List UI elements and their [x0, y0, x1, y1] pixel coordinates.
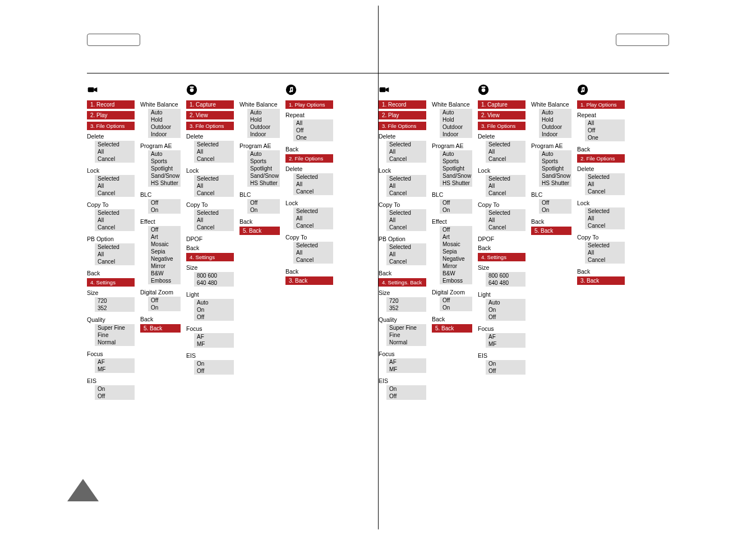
- opt[interactable]: Mosaic: [440, 241, 472, 248]
- opt[interactable]: Cancel: [486, 190, 525, 197]
- menu-back[interactable]: 5. Back: [140, 324, 181, 333]
- opt[interactable]: On: [440, 206, 472, 214]
- menu-view[interactable]: 2. View: [186, 111, 234, 119]
- opt[interactable]: On: [440, 304, 472, 311]
- menu-settings[interactable]: 4. Settings. Back: [379, 278, 426, 287]
- opt[interactable]: Off: [486, 313, 525, 321]
- opt[interactable]: Off: [386, 393, 426, 400]
- back[interactable]: Back: [186, 243, 234, 251]
- opt[interactable]: Outdoor: [539, 123, 571, 131]
- opt[interactable]: AF: [386, 358, 426, 366]
- opt[interactable]: Cancel: [95, 224, 135, 231]
- back[interactable]: Back: [87, 269, 135, 276]
- opt[interactable]: HS Shutter: [440, 179, 472, 187]
- opt[interactable]: On: [148, 206, 181, 214]
- opt[interactable]: All: [95, 182, 135, 190]
- opt[interactable]: All: [386, 216, 426, 224]
- opt[interactable]: Cancel: [194, 155, 234, 163]
- opt[interactable]: Normal: [386, 339, 426, 346]
- opt[interactable]: B&W: [440, 270, 472, 277]
- opt[interactable]: Off: [148, 226, 181, 233]
- opt[interactable]: Sports: [440, 158, 472, 165]
- opt[interactable]: 800 600: [486, 272, 525, 279]
- opt[interactable]: Negative: [148, 255, 181, 262]
- opt[interactable]: Indoor: [247, 131, 280, 138]
- opt[interactable]: Off: [486, 367, 525, 375]
- opt[interactable]: Off: [247, 199, 280, 206]
- opt[interactable]: Selected: [293, 173, 333, 181]
- opt[interactable]: Selected: [486, 175, 525, 182]
- opt[interactable]: Cancel: [386, 190, 426, 197]
- opt[interactable]: Selected: [293, 207, 333, 215]
- opt[interactable]: All: [293, 249, 333, 256]
- menu-playopt[interactable]: 1. Play Options: [285, 100, 333, 109]
- menu-back[interactable]: 5. Back: [239, 227, 280, 235]
- opt[interactable]: All: [293, 215, 333, 222]
- opt[interactable]: All: [486, 216, 525, 224]
- opt[interactable]: One: [293, 134, 333, 141]
- opt[interactable]: On: [486, 360, 525, 367]
- opt[interactable]: AF: [95, 358, 135, 366]
- opt[interactable]: Fine: [95, 331, 135, 339]
- opt[interactable]: On: [386, 385, 426, 393]
- opt[interactable]: Selected: [95, 175, 135, 182]
- opt[interactable]: Off: [440, 226, 472, 233]
- opt[interactable]: Auto: [148, 109, 181, 116]
- opt[interactable]: Off: [148, 199, 181, 206]
- opt[interactable]: AF: [194, 333, 234, 340]
- opt[interactable]: Selected: [194, 209, 234, 216]
- opt[interactable]: Cancel: [293, 222, 333, 229]
- menu-play[interactable]: 2. Play: [87, 111, 135, 119]
- opt[interactable]: Selected: [585, 207, 625, 215]
- opt[interactable]: Sepia: [148, 248, 181, 255]
- menu-fileopt[interactable]: 2. File Options: [285, 154, 333, 163]
- menu-capture[interactable]: 1. Capture: [186, 100, 234, 109]
- menu-settings[interactable]: 4. Settings: [186, 253, 234, 261]
- opt[interactable]: Cancel: [293, 188, 333, 195]
- back[interactable]: Back: [478, 243, 525, 251]
- opt[interactable]: Spotlight: [148, 165, 181, 172]
- opt[interactable]: All: [585, 181, 625, 188]
- opt[interactable]: Cancel: [386, 224, 426, 231]
- opt[interactable]: Off: [148, 297, 181, 304]
- menu-play[interactable]: 2. Play: [379, 111, 426, 119]
- opt[interactable]: Selected: [486, 141, 525, 148]
- opt[interactable]: Sand/Snow: [148, 172, 181, 179]
- opt[interactable]: Selected: [386, 209, 426, 216]
- opt[interactable]: MF: [386, 366, 426, 373]
- opt[interactable]: All: [95, 251, 135, 258]
- opt[interactable]: Selected: [585, 242, 625, 249]
- opt[interactable]: Auto: [539, 150, 571, 158]
- opt[interactable]: One: [585, 134, 625, 141]
- opt[interactable]: Sports: [247, 158, 280, 165]
- opt[interactable]: Cancel: [194, 190, 234, 197]
- opt[interactable]: Super Fine: [95, 324, 135, 331]
- menu-back[interactable]: 5. Back: [531, 227, 571, 235]
- opt[interactable]: Off: [95, 393, 135, 400]
- opt[interactable]: On: [194, 306, 234, 313]
- opt[interactable]: Auto: [539, 109, 571, 116]
- opt[interactable]: Selected: [95, 209, 135, 216]
- opt[interactable]: Selected: [194, 141, 234, 148]
- back[interactable]: Back: [577, 145, 625, 153]
- opt[interactable]: All: [486, 148, 525, 155]
- opt[interactable]: All: [585, 119, 625, 127]
- opt[interactable]: Normal: [95, 339, 135, 346]
- opt[interactable]: 352: [386, 305, 426, 312]
- opt[interactable]: Selected: [386, 243, 426, 251]
- opt[interactable]: 800 600: [194, 272, 234, 279]
- menu-fileopt[interactable]: 3. File Options: [186, 122, 234, 130]
- opt[interactable]: Auto: [247, 150, 280, 158]
- opt[interactable]: Outdoor: [440, 123, 472, 131]
- opt[interactable]: On: [486, 306, 525, 313]
- opt[interactable]: MF: [194, 340, 234, 348]
- opt[interactable]: Auto: [440, 150, 472, 158]
- opt[interactable]: Cancel: [585, 188, 625, 195]
- opt[interactable]: Cancel: [95, 258, 135, 265]
- back[interactable]: Back: [531, 217, 571, 225]
- opt[interactable]: Auto: [194, 299, 234, 306]
- menu-back[interactable]: 5. Back: [432, 324, 472, 333]
- menu-capture[interactable]: 1. Capture: [478, 100, 525, 109]
- menu-record[interactable]: 1. Record: [379, 100, 426, 109]
- opt[interactable]: Emboss: [440, 277, 472, 284]
